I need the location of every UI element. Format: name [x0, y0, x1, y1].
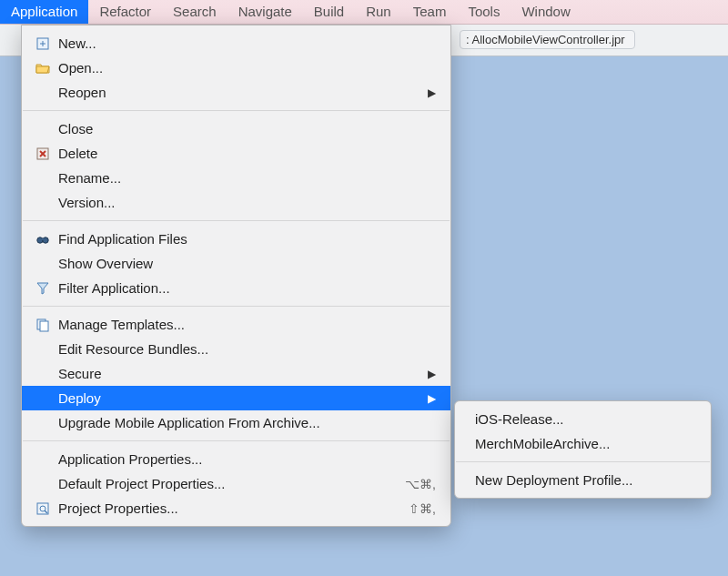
menubar-item-team[interactable]: Team [402, 0, 458, 24]
menubar-item-refactor[interactable]: Refactor [88, 0, 162, 24]
menubar-item-navigate[interactable]: Navigate [228, 0, 303, 24]
menu-separator [456, 461, 710, 462]
menu-item-delete[interactable]: Delete [22, 141, 450, 166]
menu-item-manage-templates[interactable]: Manage Templates... [22, 312, 450, 337]
submenu-item-new-deployment-profile[interactable]: New Deployment Profile... [455, 468, 711, 492]
menu-item-open[interactable]: Open... [22, 56, 450, 80]
menu-label: Default Project Properties... [58, 476, 398, 491]
menu-label: Show Overview [58, 256, 436, 271]
folder-open-icon [33, 61, 53, 76]
menu-item-show-overview[interactable]: Show Overview [22, 251, 450, 276]
menu-item-edit-resource-bundles[interactable]: Edit Resource Bundles... [22, 337, 450, 361]
menu-item-find-application-files[interactable]: Find Application Files [22, 227, 450, 251]
menu-label: Delete [58, 146, 436, 161]
menu-label: Upgrade Mobile Application From Archive.… [58, 415, 436, 430]
menu-label: Application Properties... [58, 451, 436, 467]
menu-label: MerchMobileArchive... [475, 436, 696, 451]
submenu-item-ios-release[interactable]: iOS-Release... [455, 407, 711, 431]
menu-label: iOS-Release... [475, 411, 696, 427]
menu-item-default-project-properties[interactable]: Default Project Properties... ⌥⌘, [22, 471, 450, 496]
menubar-item-run[interactable]: Run [355, 0, 402, 24]
menu-label: Rename... [58, 170, 436, 186]
menu-item-application-properties[interactable]: Application Properties... [22, 447, 450, 471]
svg-rect-8 [42, 238, 45, 240]
menu-label: Edit Resource Bundles... [58, 341, 436, 357]
submenu-arrow-icon: ▶ [428, 392, 436, 405]
menu-item-deploy[interactable]: Deploy ▶ [22, 386, 450, 410]
menu-item-reopen[interactable]: Reopen ▶ [22, 80, 450, 105]
binoculars-icon [33, 232, 53, 247]
menu-label: Close [58, 121, 436, 136]
menu-separator [23, 220, 450, 221]
menubar-item-build[interactable]: Build [303, 0, 355, 24]
deploy-submenu: iOS-Release... MerchMobileArchive... New… [454, 400, 712, 499]
menu-label: Reopen [58, 85, 428, 100]
submenu-arrow-icon: ▶ [428, 368, 436, 380]
menu-label: Secure [58, 366, 428, 381]
funnel-icon [33, 281, 53, 296]
menu-separator [23, 306, 450, 307]
shortcut-label: ⇧⌘, [409, 501, 436, 516]
menu-label: Deploy [58, 390, 428, 406]
menubar-item-tools[interactable]: Tools [457, 0, 511, 24]
application-menu-dropdown: New... Open... Reopen ▶ Close Delete Ren… [21, 25, 451, 527]
menu-item-new[interactable]: New... [22, 31, 450, 56]
menubar-item-application[interactable]: Application [0, 0, 88, 24]
menu-label: Filter Application... [58, 280, 436, 296]
submenu-item-merch-mobile-archive[interactable]: MerchMobileArchive... [455, 431, 711, 456]
svg-rect-10 [40, 321, 48, 331]
menu-label: Project Properties... [58, 500, 401, 516]
menubar-item-search[interactable]: Search [162, 0, 228, 24]
new-icon [33, 36, 53, 51]
menu-item-upgrade-from-archive[interactable]: Upgrade Mobile Application From Archive.… [22, 410, 450, 435]
open-file-tab[interactable]: : AllocMobileViewController.jpr [460, 30, 635, 49]
menu-item-filter-application[interactable]: Filter Application... [22, 276, 450, 300]
menu-label: Version... [58, 195, 436, 210]
menu-label: Find Application Files [58, 231, 436, 247]
templates-icon [33, 318, 53, 332]
menu-label: Manage Templates... [58, 317, 436, 332]
menu-item-version[interactable]: Version... [22, 190, 450, 215]
menu-item-close[interactable]: Close [22, 116, 450, 141]
menu-separator [23, 440, 450, 441]
menu-item-rename[interactable]: Rename... [22, 166, 450, 190]
submenu-arrow-icon: ▶ [428, 86, 436, 99]
menu-separator [23, 110, 450, 111]
menu-item-secure[interactable]: Secure ▶ [22, 361, 450, 386]
menubar: Application Refactor Search Navigate Bui… [0, 0, 728, 25]
menu-label: Open... [58, 60, 436, 76]
shortcut-label: ⌥⌘, [405, 477, 436, 491]
properties-icon [33, 501, 53, 516]
menu-label: New Deployment Profile... [475, 472, 696, 488]
delete-icon [33, 147, 53, 161]
menu-label: New... [58, 35, 436, 51]
menubar-item-window[interactable]: Window [511, 0, 581, 24]
menu-item-project-properties[interactable]: Project Properties... ⇧⌘, [22, 496, 450, 520]
